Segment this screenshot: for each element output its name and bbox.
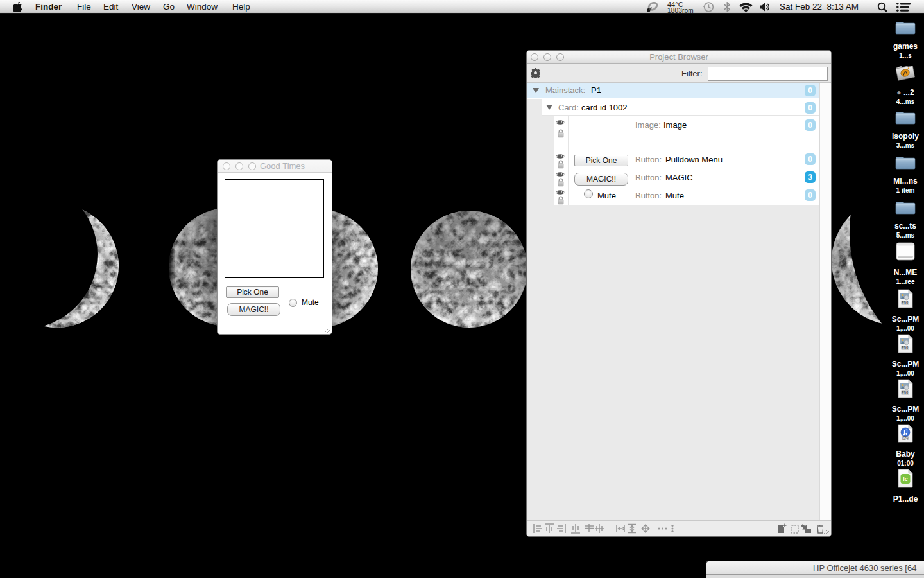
svg-text:lc: lc [903,476,908,482]
svg-text:MP3: MP3 [902,437,909,440]
